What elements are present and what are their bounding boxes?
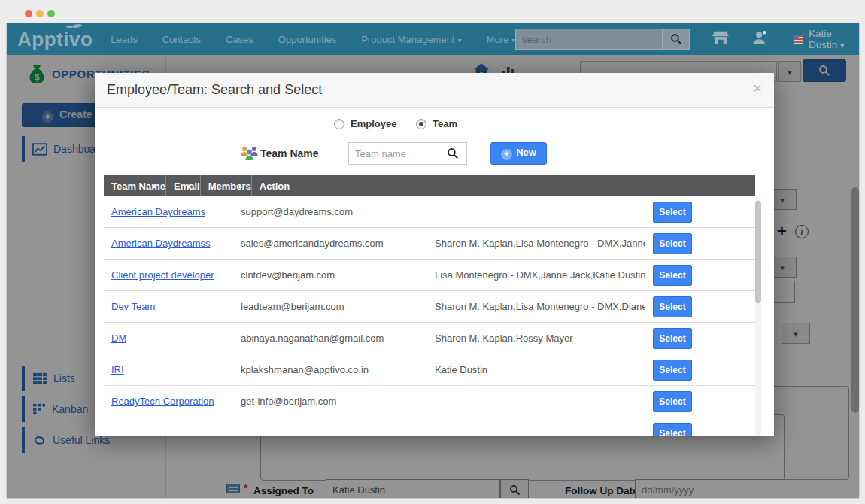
team-email-cell: leadteam@berijam.com [233,301,427,312]
traffic-light-close-button[interactable] [25,10,32,17]
table-header-cell[interactable]: Members▲ [201,175,252,196]
team-table: Team Name▲Email▲Members▲Action American … [104,175,755,436]
table-header-label: Members [208,181,251,192]
user-menu[interactable]: Katie Dustin▾ [809,28,849,50]
chevron-down-icon: ▾ [457,36,461,44]
traffic-light-minimize-button[interactable] [36,10,44,17]
team-table-body: American Daydreams support@daydreams.com… [104,196,755,436]
team-email-cell: abinaya.naganathan@gmail.com [233,332,427,344]
table-row: IRI kplakshmanan@apptivo.co.in Katie Dus… [104,354,755,386]
team-name-link[interactable]: American Daydreams [111,206,205,217]
radio-button-icon [334,119,344,129]
traffic-light-maximize-button[interactable] [47,10,55,17]
sort-asc-icon[interactable]: ▲ [237,182,244,190]
new-button-label: New [516,147,536,158]
nav-menu-item[interactable]: Product Management▾ [361,34,461,45]
table-row: Select [104,417,755,436]
screen: Apptivo LeadsContactsCasesOpportunitiesP… [0,0,865,504]
select-button[interactable]: Select [653,360,692,381]
nav-right-cluster: Katie Dustin▾ [515,28,848,50]
nav-menu-item-label: Leads [111,34,137,45]
new-team-button[interactable]: +New [490,142,547,165]
entity-type-radios: Employee Team [95,118,774,133]
global-search-input[interactable] [515,29,663,50]
nav-menu-item[interactable]: Leads [111,34,137,45]
nav-menu-item-label: Opportunities [278,34,336,45]
global-search [515,29,690,50]
radio-employee-label: Employee [351,118,396,129]
select-button[interactable]: Select [653,423,692,436]
apptivo-logo[interactable]: Apptivo [17,28,93,51]
team-members-cell: Sharon M. Kaplan,Lisa Montenegro - DMX,D… [427,301,645,312]
search-icon [447,147,459,159]
table-header-cell[interactable]: Email▲ [166,175,201,196]
select-button[interactable]: Select [653,265,692,286]
select-button[interactable]: Select [653,233,692,254]
team-members-cell: Katie Dustin [427,364,645,375]
user-name-label: Katie Dustin [809,28,837,50]
nav-menu-item[interactable]: More▾ [487,34,516,45]
table-row: DM abinaya.naganathan@gmail.com Sharon M… [104,323,755,354]
nav-menu-item[interactable]: Opportunities [278,34,336,45]
team-name-link[interactable]: Client project developer [111,269,214,281]
nav-menu-item-label: Contacts [162,34,201,45]
employee-team-modal: Employee/Team: Search and Select × Emplo… [95,73,774,436]
team-email-cell: clntdev@berijam.com [233,269,427,281]
sort-asc-icon[interactable]: ▲ [186,182,193,190]
team-name-link[interactable]: American Daydreamss [111,238,211,249]
chevron-down-icon: ▾ [840,41,844,50]
team-email-cell: get-info@berijam.com [233,396,427,407]
nav-menu-item-label: More [487,34,509,45]
team-members-cell: Sharon M. Kaplan,Rossy Mayer [427,332,645,344]
table-row: American Daydreamss sales@americandaydre… [104,228,755,260]
nav-menu-item-label: Product Management [361,34,454,45]
radio-team-label: Team [432,118,457,129]
team-name-link[interactable]: ReadyTech Corporation [111,396,214,407]
select-button[interactable]: Select [653,328,692,349]
close-icon[interactable]: × [753,80,762,96]
modal-header: Employee/Team: Search and Select × [95,73,774,108]
global-search-button[interactable] [663,29,690,50]
locale-flag-icon [794,35,803,44]
search-icon [670,33,682,45]
select-button[interactable]: Select [653,391,692,412]
nav-menu-item-label: Cases [226,34,253,45]
select-button[interactable]: Select [653,202,692,223]
table-scrollbar-thumb[interactable] [755,201,761,303]
team-name-label: Team Name [260,147,319,159]
table-row: Dev Team leadteam@berijam.com Sharon M. … [104,291,755,323]
team-search-button[interactable] [439,142,467,165]
table-header-cell[interactable]: Team Name▲ [104,175,166,196]
table-row: ReadyTech Corporation get-info@berijam.c… [104,386,755,417]
team-email-cell: kplakshmanan@apptivo.co.in [233,364,427,375]
team-group-icon [240,145,259,161]
radio-button-icon [416,119,426,129]
table-row: American Daydreams support@daydreams.com… [104,196,755,228]
team-name-link[interactable]: IRI [111,364,124,375]
nav-menu-item[interactable]: Contacts [162,34,201,45]
team-email-cell: support@daydreams.com [233,206,427,217]
team-name-link[interactable]: Dev Team [111,301,155,312]
app-store-icon[interactable] [712,30,729,48]
sort-asc-icon[interactable]: ▲ [151,182,158,190]
team-table-header: Team Name▲Email▲Members▲Action [104,175,755,196]
notifications-user-icon[interactable] [751,30,768,48]
team-members-cell: Sharon M. Kaplan,Lisa Montenegro - DMX,J… [427,238,645,249]
team-name-input[interactable] [348,142,439,165]
radio-team[interactable]: Team [416,118,457,129]
top-nav: Apptivo LeadsContactsCasesOpportunitiesP… [7,23,859,55]
browser-chrome [0,0,865,23]
app-window: Apptivo LeadsContactsCasesOpportunitiesP… [6,23,860,499]
apptivo-logo-text: Apptivo [17,28,93,50]
table-row: Client project developer clntdev@berijam… [104,260,755,291]
team-name-link[interactable]: DM [111,332,126,344]
table-header-cell[interactable]: Action [252,175,290,196]
modal-title: Employee/Team: Search and Select [107,82,322,98]
nav-menu: LeadsContactsCasesOpportunitiesProduct M… [111,34,515,45]
nav-menu-item[interactable]: Cases [226,34,253,45]
team-members-cell: Lisa Montenegro - DMX,Janne Jack,Katie D… [427,269,645,281]
select-button[interactable]: Select [653,296,692,317]
team-email-cell: sales@americandaydreams.com [233,238,427,249]
radio-employee[interactable]: Employee [334,118,396,129]
plus-circle-icon: + [501,149,512,160]
